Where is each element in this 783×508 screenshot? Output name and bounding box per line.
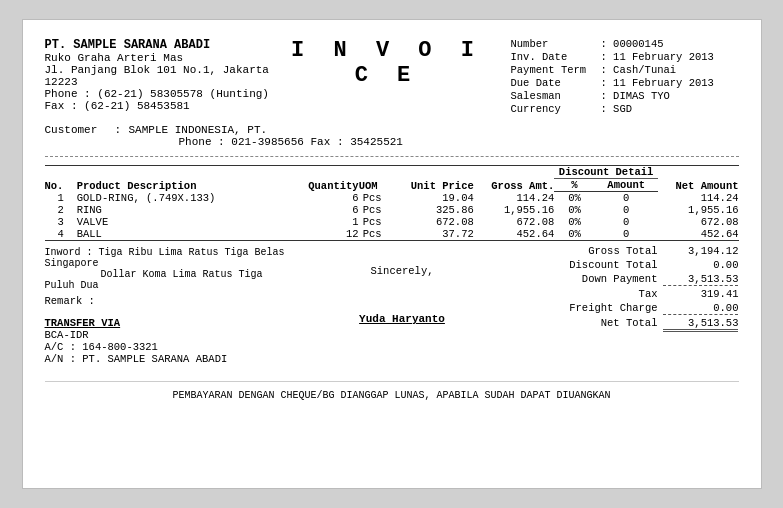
due-date-value: : 11 February 2013 [601,77,714,89]
summary-freight: Freight Charge 0.00 [507,302,738,315]
salesman-value: : DIMAS TYO [601,90,670,102]
summary-down-payment: Down Payment 3,513.53 [507,273,738,286]
transfer-bank: BCA-IDR [45,329,297,341]
col-header-uom: UOM [359,166,394,192]
col-header-net: Net Amount [658,166,739,192]
bottom-section: Inword : Tiga Ribu Lima Ratus Tiga Belas… [45,245,739,365]
table-row: 1 GOLD-RING, (.749X.133) 6 Pcs 19.04 114… [45,192,739,205]
meta-inv-date: Inv. Date : 11 February 2013 [511,51,739,63]
inv-date-label: Inv. Date [511,51,601,63]
currency-label: Currency [511,103,601,115]
company-phone: Phone : (62-21) 58305578 (Hunting) [45,88,273,100]
table-row: 4 BALL 12 Pcs 37.72 452.64 0% 0 452.64 [45,228,739,241]
meta-number: Number : 00000145 [511,38,739,50]
col-header-disc-amt: Amount [595,179,658,192]
discount-total-value: 0.00 [663,259,738,271]
freight-value: 0.00 [663,302,738,315]
table-header-group-row: No. Product Description Quantity UOM Uni… [45,166,739,179]
bottom-right: Gross Total 3,194.12 Discount Total 0.00… [507,245,738,365]
number-label: Number [511,38,601,50]
invoice-heading: I N V O I C E [273,38,501,88]
transfer-section: TRANSFER VIA BCA-IDR A/C : 164-800-3321 … [45,317,297,365]
invoice-page: PT. SAMPLE SARANA ABADI Ruko Graha Arter… [22,19,762,489]
company-address1: Ruko Graha Arteri Mas [45,52,273,64]
col-header-discount: Discount Detail [554,166,658,179]
footer-text: PEMBAYARAN DENGAN CHEQUE/BG DIANGGAP LUN… [172,390,610,401]
table-row: 3 VALVE 1 Pcs 672.08 672.08 0% 0 672.08 [45,216,739,228]
bottom-center: Sincerely, Yuda Haryanto [297,245,507,365]
transfer-ac: A/C : 164-800-3321 [45,341,297,353]
freight-label: Freight Charge [507,302,663,315]
summary-tax: Tax 319.41 [507,288,738,300]
inword-section: Inword : Tiga Ribu Lima Ratus Tiga Belas… [45,247,297,291]
col-header-gross: Gross Amt. [474,166,555,192]
table-section: No. Product Description Quantity UOM Uni… [45,165,739,241]
meta-currency: Currency : SGD [511,103,739,115]
company-name: PT. SAMPLE SARANA ABADI [45,38,273,52]
meta-due-date: Due Date : 11 February 2013 [511,77,739,89]
meta-salesman: Salesman : DIMAS TYO [511,90,739,102]
salesman-label: Salesman [511,90,601,102]
invoice-meta: Number : 00000145 Inv. Date : 11 Februar… [501,38,739,116]
customer-label: Customer [45,124,115,136]
col-header-price: Unit Price [393,166,474,192]
summary-discount-total: Discount Total 0.00 [507,259,738,271]
header-section: PT. SAMPLE SARANA ABADI Ruko Graha Arter… [45,38,739,116]
customer-contact: Phone : 021-3985656 Fax : 35425521 [129,136,403,148]
gross-total-label: Gross Total [507,245,663,257]
company-info: PT. SAMPLE SARANA ABADI Ruko Graha Arter… [45,38,273,112]
net-total-value: 3,513.53 [663,317,738,332]
invoice-table: No. Product Description Quantity UOM Uni… [45,165,739,241]
down-payment-label: Down Payment [507,273,663,286]
remark-section: Remark : [45,295,297,307]
customer-details: SAMPLE INDONESIA, PT. Phone : 021-398565… [129,124,403,148]
customer-name: SAMPLE INDONESIA, PT. [129,124,403,136]
col-header-disc-pct: % [554,179,594,192]
customer-section: Customer : SAMPLE INDONESIA, PT. Phone :… [45,124,739,148]
col-header-desc: Product Description [77,166,284,192]
remark-label: Remark : [45,295,95,307]
transfer-an: A/N : PT. SAMPLE SARANA ABADI [45,353,297,365]
company-fax: Fax : (62-21) 58453581 [45,100,273,112]
gross-total-value: 3,194.12 [663,245,738,257]
customer-row: Customer : SAMPLE INDONESIA, PT. Phone :… [45,124,739,148]
inword-label: Inword : [45,247,93,258]
summary-gross-total: Gross Total 3,194.12 [507,245,738,257]
discount-total-label: Discount Total [507,259,663,271]
inword-text2: Dollar Koma Lima Ratus Tiga Puluh Dua [45,269,263,291]
net-total-label: Net Total [507,317,663,332]
payment-term-value: : Cash/Tunai [601,64,677,76]
invoice-title: I N V O I C E [273,38,501,88]
meta-payment-term: Payment Term : Cash/Tunai [511,64,739,76]
inv-date-value: : 11 February 2013 [601,51,714,63]
divider-top [45,156,739,157]
table-row: 2 RING 6 Pcs 325.86 1,955.16 0% 0 1,955.… [45,204,739,216]
signatory: Yuda Haryanto [297,313,507,325]
currency-value: : SGD [601,103,633,115]
footer-note: PEMBAYARAN DENGAN CHEQUE/BG DIANGGAP LUN… [45,381,739,401]
payment-term-label: Payment Term [511,64,601,76]
company-address2: Jl. Panjang Blok 101 No.1, Jakarta 12223 [45,64,273,88]
tax-value: 319.41 [663,288,738,300]
number-value: : 00000145 [601,38,664,50]
due-date-label: Due Date [511,77,601,89]
sincerely-text: Sincerely, [297,265,507,277]
down-payment-value: 3,513.53 [663,273,738,286]
col-header-qty: Quantity [284,166,359,192]
summary-net-total: Net Total 3,513.53 [507,317,738,332]
transfer-label: TRANSFER VIA [45,317,297,329]
col-header-no: No. [45,166,77,192]
bottom-left: Inword : Tiga Ribu Lima Ratus Tiga Belas… [45,245,297,365]
tax-label: Tax [507,288,663,300]
